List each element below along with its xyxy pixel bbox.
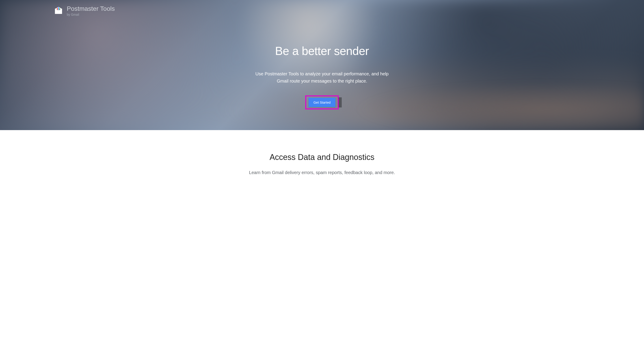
section-subtitle: Learn from Gmail delivery errors, spam r…	[9, 170, 635, 175]
get-started-button[interactable]: Get Started	[308, 98, 336, 107]
product-tagline: by Gmail	[67, 13, 115, 16]
hero-content: Be a better sender Use Postmaster Tools …	[0, 44, 644, 110]
logo-text-block: Postmaster Tools by Gmail	[67, 6, 115, 16]
cta-wrapper: Get Started	[9, 95, 635, 110]
postmaster-logo-icon	[54, 6, 63, 16]
hero-subtitle: Use Postmaster Tools to analyze your ema…	[250, 70, 394, 85]
section-title: Access Data and Diagnostics	[9, 153, 635, 162]
product-name: Postmaster Tools	[67, 6, 115, 12]
hero-section: Postmaster Tools by Gmail Be a better se…	[0, 0, 644, 130]
annotation-highlight-box: Get Started	[305, 95, 339, 110]
header: Postmaster Tools by Gmail	[0, 0, 644, 22]
data-diagnostics-section: Access Data and Diagnostics Learn from G…	[0, 130, 644, 184]
hero-title: Be a better sender	[9, 44, 635, 58]
